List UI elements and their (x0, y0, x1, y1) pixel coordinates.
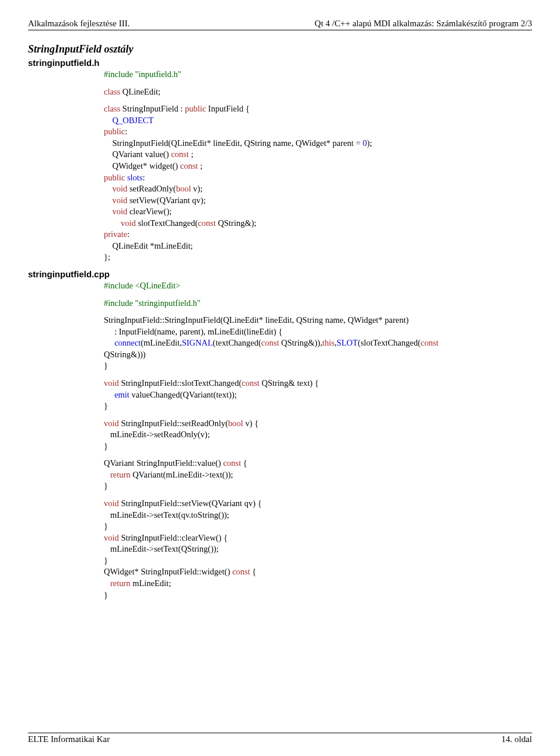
text: QLineEdit; (123, 87, 160, 96)
page-footer: ELTE Informatikai Kar 14. oldal (28, 733, 532, 744)
t: QString& text) { (260, 378, 319, 388)
kw: const (198, 218, 216, 228)
kw: void (104, 533, 119, 542)
section-title: StringInputField osztály (28, 43, 532, 55)
header-right: Qt 4 /C++ alapú MDI alkalmazás: Számlaké… (314, 19, 532, 29)
slot: SLOT (337, 338, 358, 347)
t: <QLineEdit> (133, 281, 180, 290)
t: } (104, 556, 108, 565)
kw: bool (228, 419, 243, 428)
kw-include: #include (104, 69, 133, 79)
t: } (104, 481, 108, 490)
t: mLineEdit->setText(QString()); (104, 544, 219, 553)
t: StringInputField::StringInputField(QLine… (104, 315, 409, 325)
t: QVariant StringInputField::value() (104, 458, 223, 468)
t: { (241, 458, 247, 468)
t: setReadOnly( (127, 184, 176, 193)
file-h-label: stringinputfield.h (28, 58, 532, 68)
kw: const (180, 161, 198, 170)
code-block-cpp-ctor: StringInputField::StringInputField(QLine… (104, 315, 532, 372)
kw: #include (104, 298, 133, 308)
kw: void (113, 184, 128, 193)
t: StringInputField::clearView() { (119, 533, 228, 542)
t: QString&); (216, 218, 257, 228)
t: } (104, 521, 108, 531)
code-block-cpp-slot: void StringInputField::slotTextChanged(c… (104, 378, 532, 412)
kw: void (104, 378, 119, 388)
kw: bool (176, 184, 191, 193)
t: mLineEdit->setText(qv.toString()); (104, 510, 229, 520)
t: QVariant value() (113, 149, 172, 159)
t: slotTextChanged( (136, 218, 198, 228)
t: mLineEdit->setReadOnly(v); (104, 430, 210, 439)
t: valueChanged(QVariant(text)); (130, 390, 237, 399)
code-block-h-include: #include "inputfield.h" (104, 69, 532, 81)
code-block-cpp-inc2: #include "stringinputfield.h" (104, 298, 532, 309)
t: QString&))) (104, 350, 146, 359)
code-block-h-forward: class QLineEdit; (104, 86, 532, 98)
signal: SIGNAL (182, 338, 213, 347)
t: v) { (243, 419, 258, 428)
kw: const (171, 149, 189, 159)
code-block-cpp-readonly: void StringInputField::setReadOnly(bool … (104, 418, 532, 452)
t: } (104, 401, 108, 410)
kw: const (261, 338, 279, 347)
kw: const (223, 458, 242, 468)
footer-right: 14. oldal (502, 734, 533, 744)
t: }; (104, 252, 110, 262)
kw: const (232, 567, 250, 576)
q-object: Q_OBJECT (113, 116, 154, 125)
t: } (104, 441, 108, 451)
kw: public (104, 127, 125, 136)
kw: void (113, 207, 128, 216)
code-block-cpp-inc1: #include <QLineEdit> (104, 280, 532, 292)
t: StringInputField : (123, 104, 185, 113)
t: StringInputField::setView(QVariant qv) { (119, 499, 262, 508)
t: StringInputField(QLineEdit* lineEdit, QS… (113, 138, 363, 148)
t: (textChanged( (213, 338, 261, 347)
emit: emit (114, 390, 130, 399)
t: QVariant(mLineEdit->text()); (131, 470, 233, 479)
kw: const (421, 338, 439, 347)
t: ; (198, 161, 202, 170)
page: Alkalmazások fejlesztése III. Qt 4 /C++ … (0, 0, 560, 756)
t: } (104, 590, 108, 600)
num: 0 (363, 138, 367, 148)
t: ; (189, 149, 194, 159)
kw: return (110, 470, 131, 479)
t: QWidget* StringInputField::widget() (104, 567, 232, 576)
kw: this (323, 338, 335, 347)
header-left: Alkalmazások fejlesztése III. (28, 19, 130, 29)
kw: const (242, 378, 260, 388)
t: ); (367, 138, 372, 148)
kw: class (104, 104, 120, 113)
kw: public (185, 104, 206, 113)
kw: #include (104, 281, 133, 290)
kw: return (110, 579, 131, 588)
t: QLineEdit *mLineEdit; (113, 241, 193, 250)
t: clearView(); (127, 207, 172, 216)
connect: connect (114, 338, 141, 347)
include-file: "inputfield.h" (135, 69, 181, 79)
kw-class: class (104, 87, 120, 96)
kw: public (104, 173, 127, 182)
t: setView(QVariant qv); (127, 196, 205, 205)
t: } (104, 361, 108, 370)
t: : (142, 173, 145, 182)
file-cpp-label: stringinputfield.cpp (28, 269, 532, 279)
code-block-h-class: class StringInputField : public InputFie… (104, 103, 532, 263)
t: mLineEdit; (131, 579, 172, 588)
kw: private (104, 229, 127, 239)
t: : InputField(name, parent), mLineEdit(li… (104, 327, 282, 336)
t: (slotTextChanged( (358, 338, 421, 347)
kw: void (113, 196, 128, 205)
t: InputField { (208, 104, 250, 113)
t: : (125, 127, 127, 136)
t: "stringinputfield.h" (133, 298, 201, 308)
kw: void (104, 499, 119, 508)
t: (mLineEdit, (141, 338, 181, 347)
page-header: Alkalmazások fejlesztése III. Qt 4 /C++ … (28, 19, 532, 30)
footer-left: ELTE Informatikai Kar (28, 734, 110, 744)
t: StringInputField::setReadOnly( (119, 419, 228, 428)
slots: slots (127, 173, 143, 182)
